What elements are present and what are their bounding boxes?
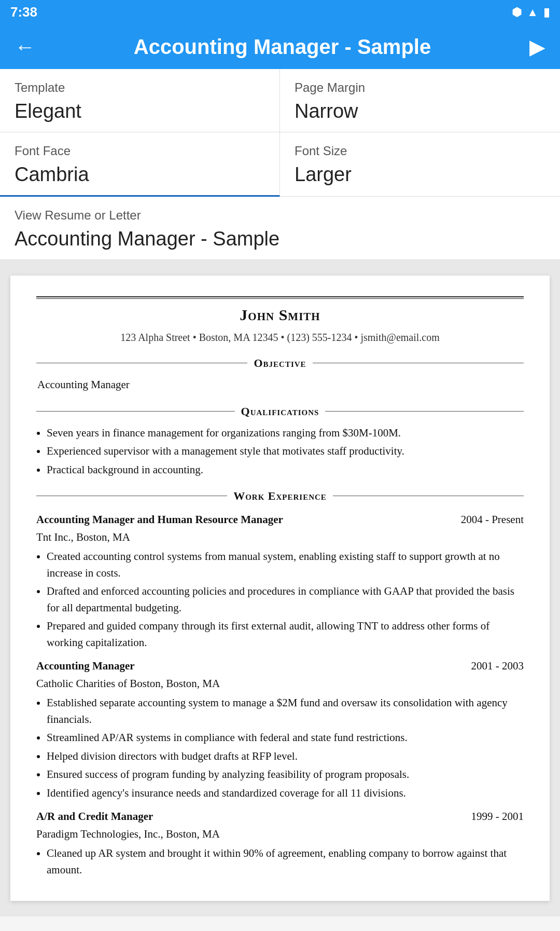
job-2-bullet-1: Established separate accounting system t… (47, 695, 524, 728)
work-exp-line-left (36, 496, 227, 496)
font-face-value: Cambria (15, 163, 265, 186)
job-2-bullet-5: Identified agency's insurance needs and … (47, 785, 524, 802)
qualification-item-1: Seven years in finance management for or… (47, 425, 524, 442)
send-button[interactable]: ▶ (529, 35, 545, 59)
job-1-bullet-2: Drafted and enforced accounting policies… (47, 583, 524, 616)
job-2-bullet-2: Streamlined AP/AR systems in compliance … (47, 730, 524, 746)
job-1-company: Tnt Inc., Boston, MA (36, 529, 524, 546)
font-size-label: Font Size (295, 144, 545, 158)
objective-title: Objective (254, 354, 306, 372)
job-1-dates: 2004 - Present (461, 512, 524, 528)
job-2-header: Accounting Manager 2001 - 2003 (36, 658, 524, 675)
qualifications-title: Qualifications (241, 403, 319, 420)
job-2-dates: 2001 - 2003 (471, 658, 524, 675)
template-selector[interactable]: Template Elegant (0, 69, 280, 132)
resume-contact: 123 Alpha Street • Boston, MA 12345 • (1… (36, 330, 524, 345)
signal-icon: ▲ (527, 6, 538, 19)
job-1-bullets: Created accounting control systems from … (47, 549, 524, 651)
page-margin-value: Narrow (295, 100, 545, 122)
resume-name: John Smith (36, 303, 524, 326)
job-3-title: A/R and Credit Manager (36, 809, 466, 825)
font-face-selector[interactable]: Font Face Cambria (0, 132, 280, 197)
resume-preview-container: John Smith 123 Alpha Street • Boston, MA… (0, 260, 560, 916)
job-1-bullet-1: Created accounting control systems from … (47, 549, 524, 581)
qualifications-list: Seven years in finance management for or… (47, 425, 524, 478)
objective-text: Accounting Manager (37, 377, 524, 393)
qualifications-section-header: Qualifications (36, 403, 524, 420)
status-icons: ⬢ ▲ ▮ (512, 6, 550, 19)
resume-paper: John Smith 123 Alpha Street • Boston, MA… (10, 276, 550, 901)
job-2-company: Catholic Charities of Boston, Boston, MA (36, 676, 524, 692)
job-3-dates: 1999 - 2001 (471, 809, 524, 825)
objective-line-left (36, 363, 247, 363)
job-2-bullet-4: Ensured success of program funding by an… (47, 766, 524, 783)
objective-line-right (313, 363, 524, 363)
qualifications-line-right (325, 411, 524, 412)
template-label: Template (15, 80, 265, 95)
qualification-item-2: Experienced supervisor with a management… (47, 443, 524, 460)
qualifications-line-left (36, 411, 235, 412)
font-size-selector[interactable]: Font Size Larger (280, 132, 560, 197)
qualification-item-3: Practical background in accounting. (47, 462, 524, 478)
view-resume-selector[interactable]: View Resume or Letter Accounting Manager… (0, 197, 560, 260)
app-bar-title: Accounting Manager - Sample (35, 35, 529, 59)
work-experience-section-header: Work Experience (36, 487, 524, 504)
status-bar: 7:38 ⬢ ▲ ▮ (0, 0, 560, 24)
view-resume-label: View Resume or Letter (15, 208, 545, 223)
page-margin-selector[interactable]: Page Margin Narrow (280, 69, 560, 132)
view-resume-value: Accounting Manager - Sample (15, 228, 545, 250)
app-bar: ← Accounting Manager - Sample ▶ (0, 24, 560, 69)
job-1-bullet-3: Prepared and guided company through its … (47, 618, 524, 651)
back-button[interactable]: ← (15, 35, 35, 59)
objective-section-header: Objective (36, 354, 524, 372)
job-3-bullets: Cleaned up AR system and brought it with… (47, 845, 524, 878)
font-size-value: Larger (295, 163, 545, 186)
battery-icon: ▮ (543, 6, 550, 19)
job-2-bullet-3: Helped division directors with budget dr… (47, 748, 524, 765)
settings-grid: Template Elegant Page Margin Narrow Font… (0, 69, 560, 197)
template-value: Elegant (15, 100, 265, 122)
work-experience-title: Work Experience (233, 487, 327, 504)
wifi-icon: ⬢ (512, 6, 522, 19)
work-exp-line-right (333, 496, 524, 496)
page-margin-label: Page Margin (295, 80, 545, 95)
resume-name-top-line (36, 296, 524, 299)
status-time: 7:38 (10, 4, 37, 20)
font-face-label: Font Face (15, 144, 265, 158)
job-3-header: A/R and Credit Manager 1999 - 2001 (36, 809, 524, 825)
job-2-bullets: Established separate accounting system t… (47, 695, 524, 801)
job-1-header: Accounting Manager and Human Resource Ma… (36, 512, 524, 528)
job-1-title: Accounting Manager and Human Resource Ma… (36, 512, 456, 528)
job-3-bullet-1: Cleaned up AR system and brought it with… (47, 845, 524, 878)
job-3-company: Paradigm Technologies, Inc., Boston, MA (36, 826, 524, 843)
job-2-title: Accounting Manager (36, 658, 466, 675)
